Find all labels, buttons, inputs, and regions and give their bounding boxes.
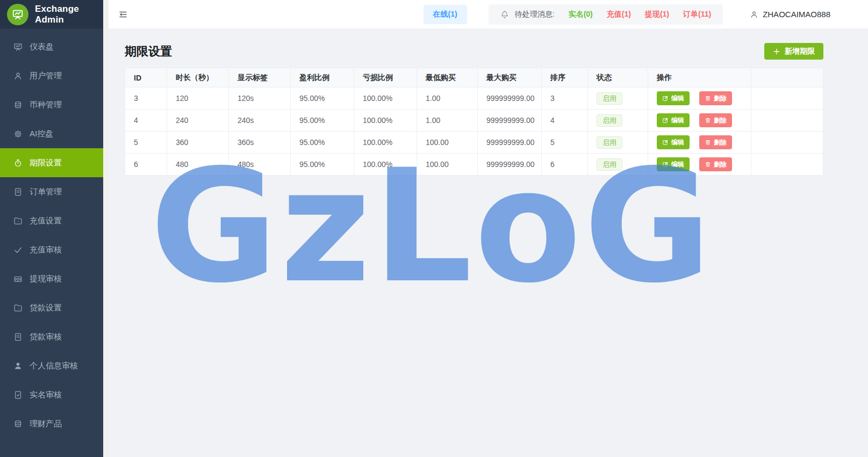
cell-sort: 3 <box>542 88 588 110</box>
online-badge[interactable]: 在线(1) <box>424 5 467 24</box>
table-header-row: ID时长（秒）显示标签盈利比例亏损比例最低购买最大购买排序状态操作 <box>125 68 823 88</box>
sidebar-item-label: 仪表盘 <box>30 42 54 52</box>
cell-filler <box>751 132 823 154</box>
person-filled-icon <box>13 361 23 371</box>
sidebar-item-document[interactable]: 贷款审核 <box>0 322 103 351</box>
status-badge: 启用 <box>597 158 622 171</box>
cell-actions: 编辑 删除 <box>648 88 751 110</box>
cell-status: 启用 <box>588 88 648 110</box>
cell-sort: 6 <box>542 154 588 176</box>
cell-tag: 360s <box>229 132 291 154</box>
cell-min: 100.00 <box>417 154 478 176</box>
pending-messages-label: 待处理消息: <box>500 10 555 19</box>
sidebar-item-label: 个人信息审核 <box>30 361 78 371</box>
edit-button[interactable]: 编辑 <box>657 157 690 171</box>
sidebar-item-money[interactable]: 提现审核 <box>0 264 103 293</box>
edit-icon <box>662 95 669 101</box>
sidebar-item-check[interactable]: 充值审核 <box>0 235 103 264</box>
sidebar-item-label: 订单管理 <box>30 187 62 197</box>
app-title: Exchange Admin <box>35 4 103 25</box>
periods-table: ID时长（秒）显示标签盈利比例亏损比例最低购买最大购买排序状态操作 3 120 … <box>125 68 823 176</box>
cell-tag: 480s <box>229 154 291 176</box>
pending-count[interactable]: 订单(11) <box>683 10 711 18</box>
status-badge: 启用 <box>597 114 622 127</box>
pending-count[interactable]: 实名(0) <box>569 10 593 18</box>
delete-button[interactable]: 删除 <box>699 135 732 149</box>
sidebar-item-label: 实名审核 <box>30 390 62 400</box>
cell-duration: 480 <box>167 154 229 176</box>
stopwatch-icon <box>13 158 23 168</box>
edit-icon <box>662 117 669 124</box>
column-header: 状态 <box>588 68 648 88</box>
sidebar-item-folder[interactable]: 贷款设置 <box>0 293 103 322</box>
folder-icon <box>13 303 23 313</box>
person-outline-icon <box>750 10 758 19</box>
sidebar-item-folder[interactable]: 充值设置 <box>0 206 103 235</box>
cell-filler <box>751 154 823 176</box>
doc-check-icon <box>13 390 23 400</box>
collapse-sidebar-icon[interactable] <box>116 8 130 21</box>
user-menu[interactable]: ZHAOCAIMAO888 <box>750 10 830 19</box>
sidebar-item-label: 贷款审核 <box>30 332 62 342</box>
sidebar-item-coins[interactable]: 币种管理 <box>0 90 103 119</box>
username: ZHAOCAIMAO888 <box>763 10 830 19</box>
sidebar-item-label: 期限设置 <box>30 158 62 168</box>
sidebar-item-label: 用户管理 <box>30 71 62 81</box>
cell-filler <box>751 110 823 132</box>
trash-icon <box>705 139 711 146</box>
cell-max: 999999999.00 <box>478 110 542 132</box>
pending-count[interactable]: 充值(1) <box>607 10 631 18</box>
trash-icon <box>705 117 711 124</box>
document-icon <box>13 187 23 197</box>
logo-bar: Exchange Admin <box>0 0 103 28</box>
status-badge: 启用 <box>597 92 622 105</box>
topbar: 在线(1) 待处理消息: 实名(0)充值(1)提现(1)订单(11) ZHAOC… <box>109 0 868 28</box>
cell-id: 6 <box>125 154 167 176</box>
database-icon <box>13 419 23 429</box>
table-row: 4 240 240s 95.00% 100.00% 1.00 999999999… <box>125 110 823 132</box>
cell-filler <box>751 88 823 110</box>
pending-items: 实名(0)充值(1)提现(1)订单(11) <box>569 10 712 19</box>
cell-sort: 5 <box>542 132 588 154</box>
check-icon <box>13 245 23 255</box>
edit-button[interactable]: 编辑 <box>657 91 690 105</box>
document-icon <box>13 332 23 342</box>
sidebar-item-stopwatch[interactable]: 期限设置 <box>0 148 103 177</box>
main-area: 在线(1) 待处理消息: 实名(0)充值(1)提现(1)订单(11) ZHAOC… <box>109 0 868 457</box>
sidebar-item-doc-check[interactable]: 实名审核 <box>0 380 103 409</box>
edit-button[interactable]: 编辑 <box>657 135 690 149</box>
sidebar-item-person-filled[interactable]: 个人信息审核 <box>0 351 103 380</box>
periods-table-card: ID时长（秒）显示标签盈利比例亏损比例最低购买最大购买排序状态操作 3 120 … <box>125 68 823 176</box>
sidebar-item-user[interactable]: 用户管理 <box>0 61 103 90</box>
edit-button[interactable]: 编辑 <box>657 113 690 127</box>
cell-sort: 4 <box>542 110 588 132</box>
delete-button[interactable]: 删除 <box>699 113 732 127</box>
table-row: 6 480 480s 95.00% 100.00% 100.00 9999999… <box>125 154 823 176</box>
cell-profit: 95.00% <box>291 154 354 176</box>
cell-id: 3 <box>125 88 167 110</box>
cell-duration: 360 <box>167 132 229 154</box>
sidebar-item-document[interactable]: 订单管理 <box>0 177 103 206</box>
sidebar-item-database[interactable]: 理财产品 <box>0 409 103 438</box>
cell-max: 999999999.00 <box>478 154 542 176</box>
sidebar-item-gear[interactable]: AI控盘 <box>0 119 103 148</box>
column-header: 亏损比例 <box>354 68 417 88</box>
pending-count[interactable]: 提现(1) <box>645 10 669 18</box>
sidebar-item-dashboard[interactable]: 仪表盘 <box>0 32 103 61</box>
page-title: 期限设置 <box>125 43 172 60</box>
trash-icon <box>705 161 711 168</box>
sidebar-scrollbar[interactable] <box>103 0 109 457</box>
cell-max: 999999999.00 <box>478 132 542 154</box>
app-logo-icon <box>7 4 28 25</box>
sidebar-item-label: 充值审核 <box>30 245 62 255</box>
delete-button[interactable]: 删除 <box>699 91 732 105</box>
sidebar-menu: 仪表盘 用户管理 币种管理 AI控盘 期限设置 订单管理 充值设置 充值审核 提… <box>0 28 103 438</box>
delete-button[interactable]: 删除 <box>699 157 732 171</box>
add-period-button[interactable]: 新增期限 <box>764 43 823 60</box>
user-icon <box>13 71 23 81</box>
sidebar: Exchange Admin 仪表盘 用户管理 币种管理 AI控盘 期限设置 订… <box>0 0 103 457</box>
column-header: 最大购买 <box>478 68 542 88</box>
cell-loss: 100.00% <box>354 154 417 176</box>
cell-profit: 95.00% <box>291 88 354 110</box>
cell-loss: 100.00% <box>354 110 417 132</box>
